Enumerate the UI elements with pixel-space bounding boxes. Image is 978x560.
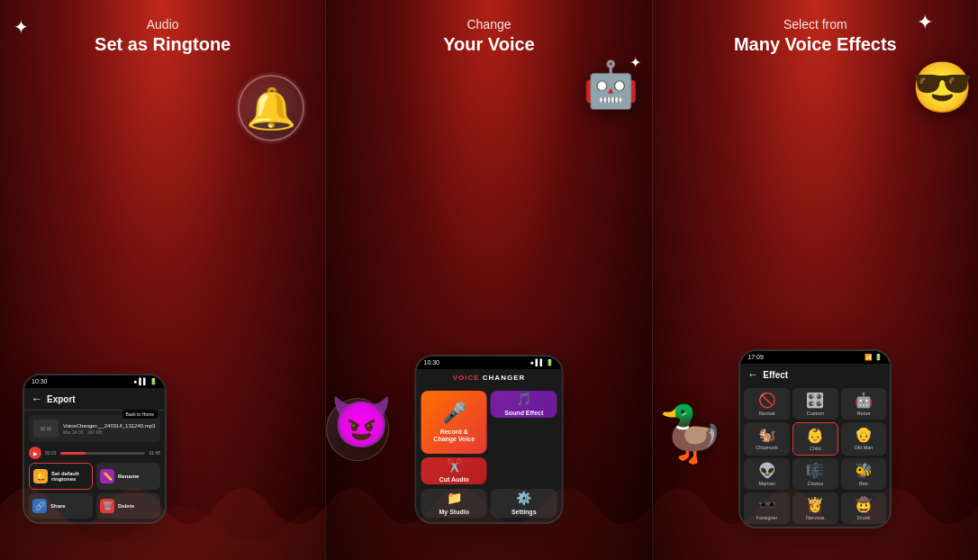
- effect-label-Normal: Normal: [759, 411, 775, 416]
- vc-logo: VOICE CHANGER: [453, 374, 526, 382]
- wave-decoration: [0, 452, 325, 560]
- status-time-2: 10:30: [423, 359, 439, 366]
- duck-emoji-icon: 🦆: [657, 402, 725, 465]
- record-change-voice-button[interactable]: 🎤 Record &Change Voice: [421, 391, 487, 454]
- panel3-main-title: Many Voice Effects: [734, 32, 897, 56]
- status-icons: ● ▌▌ 🔋: [133, 378, 158, 385]
- status-time-3: 17:09: [747, 354, 764, 361]
- cool-emoji-icon: 😎: [911, 59, 973, 117]
- effect-item-old-man[interactable]: 👴 Old Man: [841, 422, 887, 456]
- file-meta: Mar 14:30 164 KB: [63, 429, 156, 435]
- back-arrow-icon[interactable]: ←: [32, 393, 42, 405]
- panel1-title-block: Audio Set as Ringtone: [95, 16, 231, 56]
- effect-emoji-Child: 👶: [806, 427, 824, 444]
- effect-emoji-Robot: 🤖: [855, 392, 873, 409]
- file-info: VoiceChanger.__240314_131240.mp3 Mar 14:…: [63, 423, 156, 435]
- effect-item-child[interactable]: 👶 Child: [792, 422, 838, 456]
- status-bar-2: 10:30 ● ▌▌ 🔋: [416, 357, 561, 369]
- status-icons-2: ● ▌▌ 🔋: [530, 359, 554, 366]
- vc-header: VOICE CHANGER: [416, 369, 561, 386]
- file-item[interactable]: ≋≋ VoiceChanger.__240314_131240.mp3 Mar …: [29, 415, 160, 442]
- panel1-main-title: Set as Ringtone: [95, 32, 231, 56]
- panel-voice-effects: ✦ Select from Many Voice Effects 😎 17:09…: [653, 0, 978, 560]
- evil-emoji-icon: 😈: [331, 393, 393, 452]
- sparkle-icon-3: ✦: [917, 11, 933, 34]
- effect-emoji-Chipmunk: 🐿️: [758, 426, 776, 443]
- back-to-home-tag: Back to Home: [122, 410, 158, 419]
- panel-audio-ringtone: ✦ Audio Set as Ringtone 🔔 10:30 ● ▌▌ 🔋 ←…: [0, 0, 325, 560]
- panel3-title-block: Select from Many Voice Effects: [734, 16, 897, 56]
- effect-emoji-Normal: 🚫: [758, 392, 776, 409]
- wave-decoration-2: [326, 452, 651, 560]
- panel2-main-title: Your Voice: [443, 32, 535, 56]
- panel-change-voice: Change Your Voice 🤖 ✦ 10:30 ● ▌▌ 🔋 VOICE…: [325, 0, 652, 560]
- effect-item-chipmunk[interactable]: 🐿️ Chipmunk: [744, 422, 790, 456]
- file-name: VoiceChanger.__240314_131240.mp3: [63, 423, 156, 429]
- effect-item-robot[interactable]: 🤖 Robot: [841, 388, 887, 420]
- effect-label-Child: Child: [810, 446, 821, 451]
- sound-effect-label: Sound Effect: [504, 410, 543, 417]
- sparkle-icon: ✦: [14, 16, 29, 38]
- panel1-subtitle: Audio: [95, 16, 231, 32]
- robot-icon: 🤖: [583, 59, 638, 111]
- effect-label-Robot: Robot: [857, 411, 871, 416]
- bell-icon: 🔔: [235, 72, 307, 144]
- effect-item-custom[interactable]: 🎛️ Custom: [792, 388, 838, 420]
- export-header: ← Export Back to Home: [24, 388, 165, 411]
- record-change-label: Record &Change Voice: [433, 429, 475, 444]
- file-thumbnail: ≋≋: [33, 420, 59, 438]
- export-title: Export: [47, 394, 76, 404]
- microphone-icon: 🎤: [442, 402, 466, 425]
- effect-title: Effect: [763, 370, 788, 380]
- panel2-subtitle: Change: [443, 16, 535, 32]
- status-icons-3: 📶 🔋: [865, 354, 883, 361]
- music-note-icon: 🎵: [516, 392, 531, 406]
- panel3-subtitle: Select from: [734, 16, 897, 32]
- wave-decoration-3: [653, 452, 978, 560]
- status-time: 10:30: [32, 378, 48, 385]
- status-bar-3: 17:09 📶 🔋: [740, 351, 890, 364]
- effect-item-normal[interactable]: 🚫 Normal: [744, 388, 790, 420]
- effect-label-Old Man: Old Man: [855, 445, 874, 450]
- status-bar: 10:30 ● ▌▌ 🔋: [24, 375, 165, 388]
- back-arrow-effect[interactable]: ←: [747, 368, 758, 381]
- effect-label-Chipmunk: Chipmunk: [756, 445, 778, 450]
- sound-effect-button[interactable]: 🎵 Sound Effect: [491, 391, 557, 418]
- panel2-title-block: Change Your Voice: [443, 16, 535, 56]
- effect-emoji-Old Man: 👴: [855, 426, 873, 443]
- effect-label-Custom: Custom: [807, 411, 824, 416]
- effect-emoji-Custom: 🎛️: [806, 392, 824, 409]
- effect-header: ← Effect: [740, 364, 890, 385]
